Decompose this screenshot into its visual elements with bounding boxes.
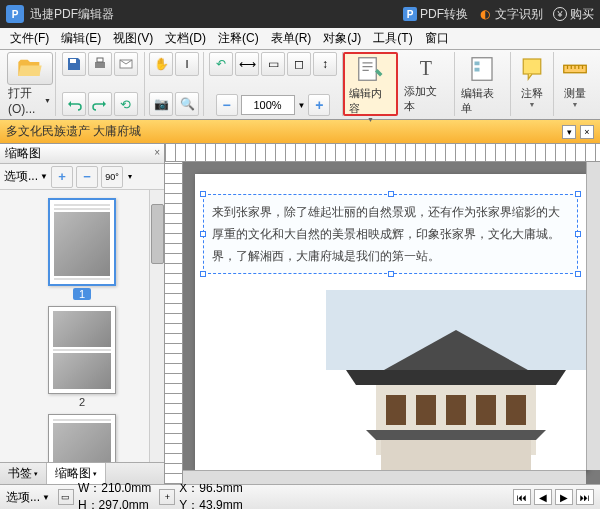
edit-form-button[interactable]: 编辑表单	[455, 52, 511, 116]
status-options-button[interactable]: 选项...▼	[6, 489, 50, 506]
ruler-icon	[560, 54, 590, 84]
zoom-out-button[interactable]: −	[216, 94, 238, 116]
resize-handle[interactable]	[388, 271, 394, 277]
document-area: 来到张家界，除了雄起壮丽的自然景观，还有作为张家界缩影的大 厚重的文化和大自然的…	[165, 144, 600, 484]
page-size-icon: ▭	[58, 489, 74, 505]
sidebar-tab-bookmark[interactable]: 书签▾	[0, 463, 47, 484]
open-button[interactable]	[7, 52, 53, 85]
sidebar: 缩略图 × 选项...▼ + − 90° ▾ 1 2 3	[0, 144, 165, 484]
thumb-rotate-button[interactable]: 90°	[101, 166, 123, 188]
select-tool-button[interactable]: I	[175, 52, 199, 76]
menu-form[interactable]: 表单(R)	[265, 28, 318, 49]
fit-height-button[interactable]: ↕	[313, 52, 337, 76]
search-button[interactable]: 🔍	[175, 92, 199, 116]
save-button[interactable]	[62, 52, 86, 76]
document-tab[interactable]: 多文化民族遗产 大庸府城	[6, 123, 562, 140]
add-text-icon: T	[420, 57, 432, 80]
menu-tools[interactable]: 工具(T)	[367, 28, 418, 49]
resize-handle[interactable]	[575, 231, 581, 237]
fit-width-button[interactable]: ⟷	[235, 52, 259, 76]
horizontal-scrollbar[interactable]	[183, 470, 586, 484]
thumbnail-scrollbar[interactable]	[149, 190, 164, 462]
buy-button[interactable]: ¥购买	[553, 6, 594, 23]
next-page-button[interactable]: ▶	[555, 489, 573, 505]
measure-button[interactable]: 测量 ▼	[554, 52, 596, 116]
open-label: 打开(O)...	[8, 85, 43, 116]
svg-rect-6	[475, 62, 480, 66]
page-canvas[interactable]: 来到张家界，除了雄起壮丽的自然景观，还有作为张家界缩影的大 厚重的文化和大自然的…	[195, 174, 586, 470]
tab-close-button[interactable]: ×	[580, 125, 594, 139]
zoom-in-button[interactable]: +	[308, 94, 330, 116]
menu-annotate[interactable]: 注释(C)	[212, 28, 265, 49]
print-button[interactable]	[88, 52, 112, 76]
resize-handle[interactable]	[200, 231, 206, 237]
svg-rect-4	[359, 58, 377, 81]
text-line: 界，了解湘西，大庸府城是我们的第一站。	[212, 249, 440, 263]
prev-page-button[interactable]: ◀	[534, 489, 552, 505]
thumb-zoom-in-button[interactable]: +	[51, 166, 73, 188]
svg-rect-0	[70, 59, 76, 63]
resize-handle[interactable]	[200, 191, 206, 197]
annotate-button[interactable]: 注释 ▼	[511, 52, 554, 116]
thumbnail-page-1[interactable]: 1	[44, 198, 120, 300]
svg-rect-7	[475, 68, 480, 72]
tab-dropdown-button[interactable]: ▾	[562, 125, 576, 139]
sidebar-close-button[interactable]: ×	[154, 147, 160, 158]
resize-handle[interactable]	[388, 191, 394, 197]
menu-object[interactable]: 对象(J)	[317, 28, 367, 49]
menu-view[interactable]: 视图(V)	[107, 28, 159, 49]
svg-marker-19	[366, 430, 546, 440]
menu-file[interactable]: 文件(F)	[4, 28, 55, 49]
horizontal-ruler	[165, 144, 600, 162]
toolbar: 打开(O)...▼ ⟲ ✋ I 📷 🔍 ↶ ⟷ ▭ ◻ ↕	[0, 50, 600, 120]
thumbnail-list: 1 2 3	[0, 190, 164, 462]
svg-rect-16	[446, 395, 466, 425]
resize-handle[interactable]	[575, 191, 581, 197]
menu-document[interactable]: 文档(D)	[159, 28, 212, 49]
actual-size-button[interactable]: ◻	[287, 52, 311, 76]
folder-open-icon	[16, 55, 44, 83]
svg-rect-20	[381, 440, 531, 470]
cursor-pos-icon: +	[159, 489, 175, 505]
hand-tool-button[interactable]: ✋	[149, 52, 173, 76]
rotate-left-button[interactable]: ↶	[209, 52, 233, 76]
thumb-zoom-out-button[interactable]: −	[76, 166, 98, 188]
svg-rect-18	[506, 395, 526, 425]
undo-button[interactable]	[62, 92, 86, 116]
app-logo-icon: P	[6, 5, 24, 23]
resize-handle[interactable]	[575, 271, 581, 277]
zoom-input[interactable]	[241, 95, 295, 115]
edit-content-button[interactable]: 编辑内容 ▼	[343, 52, 398, 116]
cursor-y-value: 43.9mm	[199, 498, 242, 509]
snapshot-button[interactable]: 📷	[149, 92, 173, 116]
thumb-more-icon[interactable]: ▾	[128, 172, 132, 181]
email-button[interactable]	[114, 52, 138, 76]
status-bar: 选项...▼ ▭ W：210.0mm H：297.0mm + X：96.5mm …	[0, 484, 600, 509]
ocr-button[interactable]: ◐文字识别	[478, 6, 543, 23]
vertical-ruler	[165, 162, 183, 484]
first-page-button[interactable]: ⏮	[513, 489, 531, 505]
fit-page-button[interactable]: ▭	[261, 52, 285, 76]
form-icon	[467, 54, 497, 84]
menu-window[interactable]: 窗口	[419, 28, 455, 49]
sidebar-options-button[interactable]: 选项...▼	[4, 168, 48, 185]
selected-text-frame[interactable]: 来到张家界，除了雄起壮丽的自然景观，还有作为张家界缩影的大 厚重的文化和大自然的…	[203, 194, 578, 274]
thumbnail-page-3[interactable]: 3	[44, 414, 120, 462]
svg-rect-15	[416, 395, 436, 425]
sidebar-header: 缩略图 ×	[0, 144, 164, 164]
app-title: 迅捷PDF编辑器	[30, 6, 403, 23]
menu-edit[interactable]: 编辑(E)	[55, 28, 107, 49]
thumbnail-page-2[interactable]: 2	[44, 306, 120, 408]
add-text-button[interactable]: T 添加文本	[398, 52, 454, 116]
vertical-scrollbar[interactable]	[586, 162, 600, 470]
svg-rect-14	[386, 395, 406, 425]
text-line: 厚重的文化和大自然的美景相映成辉，印象张家界，文化大庸城。	[212, 227, 560, 241]
refresh-button[interactable]: ⟲	[114, 92, 138, 116]
page-height-value: 297.0mm	[99, 498, 149, 509]
resize-handle[interactable]	[200, 271, 206, 277]
pdf-convert-button[interactable]: PPDF转换	[403, 6, 468, 23]
page-width-value: 210.0mm	[101, 481, 151, 495]
redo-button[interactable]	[88, 92, 112, 116]
building-image	[326, 290, 586, 470]
last-page-button[interactable]: ⏭	[576, 489, 594, 505]
